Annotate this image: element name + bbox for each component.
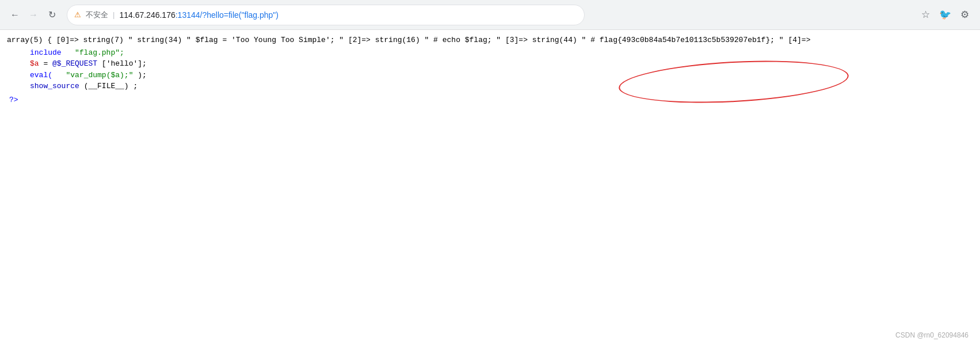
star-button[interactable]: ☆ bbox=[917, 6, 934, 24]
show-source-func: show_source bbox=[30, 82, 79, 90]
code-line-1: include "flag.php"; bbox=[30, 47, 973, 59]
forward-button[interactable]: → bbox=[25, 7, 41, 23]
page-content: array(5) { [0]=> string(7) " string(34) … bbox=[0, 30, 980, 110]
request-arg: ['hello']; bbox=[102, 59, 147, 68]
settings-button[interactable]: ⚙ bbox=[956, 6, 973, 24]
url-path: :13144/?hello=file("flag.php") bbox=[176, 10, 279, 20]
address-bar[interactable]: ⚠ 不安全 | 114.67.246.176:13144/?hello=file… bbox=[67, 5, 585, 25]
url-display: 114.67.246.176:13144/?hello=file("flag.p… bbox=[119, 10, 577, 20]
security-warning-icon: ⚠ bbox=[74, 10, 81, 19]
eval-arg: "var_dump($a);" bbox=[66, 71, 133, 79]
variable-a: $a bbox=[30, 59, 39, 68]
show-source-close: ; bbox=[133, 82, 138, 90]
reload-button[interactable]: ↻ bbox=[44, 7, 60, 23]
code-block: include "flag.php"; $a = @$_REQUEST ['he… bbox=[7, 47, 973, 92]
eval-close: ); bbox=[138, 71, 147, 79]
eval-keyword: eval( bbox=[30, 71, 52, 79]
array-output-line: array(5) { [0]=> string(7) " string(34) … bbox=[7, 35, 973, 46]
browser-chrome: ← → ↻ ⚠ 不安全 | 114.67.246.176:13144/?hell… bbox=[0, 0, 980, 30]
toolbar-icons: ☆ 🐦 ⚙ bbox=[917, 6, 973, 24]
watermark: CSDN @rn0_62094846 bbox=[895, 331, 968, 339]
nav-buttons: ← → ↻ bbox=[7, 7, 60, 23]
php-close-tag-line: ?> bbox=[7, 94, 973, 106]
code-line-4: show_source (__FILE__) ; bbox=[30, 81, 973, 92]
security-label: 不安全 bbox=[86, 10, 108, 20]
address-bar-divider: | bbox=[113, 10, 115, 19]
assign-op: = bbox=[43, 59, 52, 68]
include-keyword: include bbox=[30, 48, 62, 57]
include-filename: "flag.php"; bbox=[75, 48, 124, 57]
request-func: @$_REQUEST bbox=[52, 59, 97, 68]
show-source-arg: (__FILE__) bbox=[84, 82, 129, 90]
php-close-tag: ?> bbox=[9, 96, 18, 104]
url-host: 114.67.246.176 bbox=[119, 10, 175, 20]
code-line-2: $a = @$_REQUEST ['hello']; bbox=[30, 58, 973, 70]
back-button[interactable]: ← bbox=[7, 7, 23, 23]
code-line-3: eval( "var_dump($a);" ); bbox=[30, 70, 973, 81]
extension-button[interactable]: 🐦 bbox=[936, 6, 954, 24]
